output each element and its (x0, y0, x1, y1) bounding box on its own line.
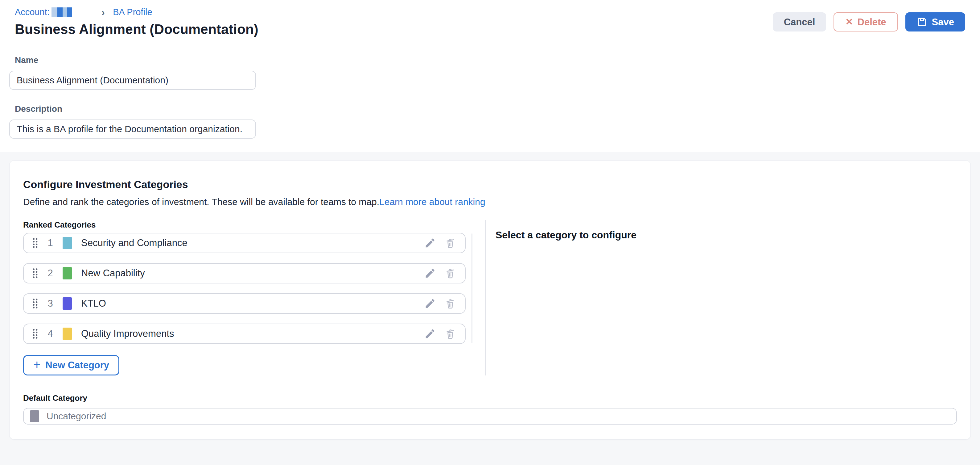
trash-icon (444, 298, 456, 309)
card-title: Configure Investment Categories (23, 179, 957, 190)
delete-category-button[interactable] (444, 267, 457, 280)
redacted-account-name (51, 7, 72, 17)
category-config-panel: Select a category to configure (486, 220, 957, 376)
name-field-group: Name (15, 55, 965, 90)
category-rank: 2 (46, 268, 54, 279)
breadcrumb-ba-profile-link[interactable]: BA Profile (113, 7, 152, 17)
investment-categories-card: Configure Investment Categories Define a… (9, 160, 971, 440)
description-input[interactable] (9, 120, 256, 139)
trash-icon (444, 237, 456, 249)
content-band: Configure Investment Categories Define a… (0, 152, 980, 465)
category-rank: 4 (46, 328, 54, 339)
plus-icon: + (33, 358, 40, 371)
drag-handle-icon[interactable] (32, 237, 38, 249)
category-row[interactable]: 2 New Capability (23, 263, 466, 283)
categories-columns: Ranked Categories 1 Security and Complia… (23, 220, 957, 383)
description-field-group: Description (15, 104, 965, 139)
delete-category-button[interactable] (444, 327, 457, 340)
trash-icon (444, 267, 456, 279)
delete-category-button[interactable] (444, 297, 457, 310)
pencil-icon (424, 328, 436, 340)
account-label: Account: (15, 7, 50, 17)
save-button-label: Save (932, 17, 954, 27)
x-icon: ✕ (845, 17, 853, 27)
page-header: Account: › BA Profile Business Alignment… (0, 0, 980, 44)
description-label: Description (15, 104, 965, 114)
default-category-label: Default Category (23, 393, 957, 403)
drag-handle-icon[interactable] (32, 328, 38, 339)
category-row[interactable]: 3 KTLO (23, 293, 466, 314)
ranked-category-list-wrap: 1 Security and Compliance (23, 233, 466, 344)
name-input[interactable] (9, 71, 256, 90)
category-color-swatch (63, 297, 72, 310)
category-color-swatch (63, 267, 72, 280)
delete-button-label: Delete (858, 17, 886, 27)
category-row[interactable]: 1 Security and Compliance (23, 233, 466, 253)
category-color-swatch (63, 328, 72, 340)
pencil-icon (424, 237, 436, 249)
save-button[interactable]: Save (905, 12, 965, 32)
category-name: Quality Improvements (81, 328, 174, 339)
drag-handle-icon[interactable] (32, 268, 38, 279)
pencil-icon (424, 298, 436, 309)
category-name: New Capability (81, 268, 145, 279)
delete-button[interactable]: ✕ Delete (834, 12, 898, 32)
new-category-button[interactable]: + New Category (23, 355, 119, 376)
ranked-category-list: 1 Security and Compliance (23, 233, 466, 344)
chevron-right-icon: › (102, 7, 105, 17)
category-row[interactable]: 4 Quality Improvements (23, 324, 466, 344)
default-category-color-swatch (30, 410, 39, 422)
profile-form: Name Description (0, 44, 980, 152)
name-label: Name (15, 55, 965, 65)
category-color-swatch (63, 237, 72, 249)
default-category-section: Default Category Uncategorized (23, 393, 957, 425)
default-category-row: Uncategorized (23, 408, 957, 425)
edit-category-button[interactable] (423, 236, 437, 250)
category-name: Security and Compliance (81, 237, 188, 249)
breadcrumb-account[interactable]: Account: (15, 7, 72, 17)
category-name: KTLO (81, 298, 106, 309)
header-actions: Cancel ✕ Delete Save (773, 12, 965, 32)
cancel-button[interactable]: Cancel (773, 12, 826, 32)
edit-category-button[interactable] (423, 297, 437, 310)
drag-handle-icon[interactable] (32, 298, 38, 309)
delete-category-button[interactable] (444, 236, 457, 250)
category-rank: 1 (46, 237, 54, 249)
category-rank: 3 (46, 298, 54, 309)
floppy-disk-icon (916, 16, 928, 27)
empty-state-text: Select a category to configure (496, 229, 957, 241)
new-category-button-label: New Category (45, 360, 109, 371)
card-subtitle-text: Define and rank the categories of invest… (23, 197, 379, 207)
learn-more-ranking-link[interactable]: Learn more about ranking (379, 197, 485, 207)
pencil-icon (424, 267, 436, 279)
trash-icon (444, 328, 456, 340)
ranked-categories-label: Ranked Categories (23, 220, 485, 230)
list-scrollbar[interactable] (471, 233, 473, 344)
default-category-name: Uncategorized (46, 411, 106, 422)
card-subtitle: Define and rank the categories of invest… (23, 197, 957, 207)
edit-category-button[interactable] (423, 267, 437, 280)
edit-category-button[interactable] (423, 327, 437, 340)
ranked-categories-panel: Ranked Categories 1 Security and Complia… (23, 220, 485, 376)
